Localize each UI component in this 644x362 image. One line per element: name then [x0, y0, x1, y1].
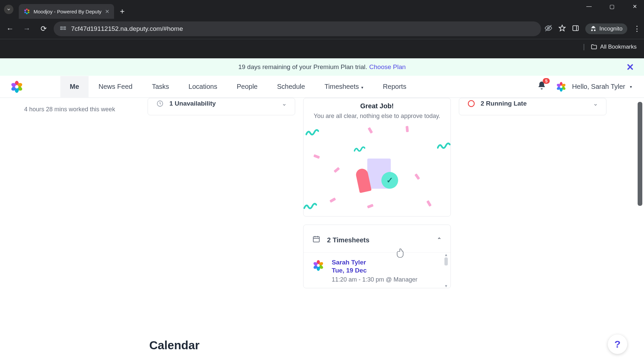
- tab-title: Moodjoy - Powered By Deputy: [34, 9, 102, 14]
- timesheet-scrollbar[interactable]: ▲ ▼: [444, 253, 448, 288]
- timesheet-meta: 11:20 am - 1:30 pm @ Manager: [332, 276, 442, 283]
- timesheet-list-item[interactable]: Sarah Tyler Tue, 19 Dec 11:20 am - 1:30 …: [304, 253, 450, 288]
- notifications-button[interactable]: 5: [537, 81, 546, 93]
- incognito-badge[interactable]: Incognito: [585, 23, 627, 34]
- nav-me[interactable]: Me: [60, 76, 89, 97]
- tab-close-icon[interactable]: ✕: [105, 8, 109, 15]
- svg-point-28: [560, 85, 562, 88]
- tracking-protection-icon[interactable]: [544, 24, 552, 34]
- unavailability-title: 1 Unavailability: [169, 100, 276, 107]
- app-header: Me News Feed Tasks Locations People Sche…: [0, 76, 644, 98]
- folder-icon: [591, 44, 597, 50]
- chevron-down-icon: ▾: [630, 84, 632, 89]
- browser-tab[interactable]: Moodjoy - Powered By Deputy ✕: [19, 4, 114, 19]
- tab-favicon-icon: [23, 8, 30, 15]
- site-settings-icon[interactable]: [60, 25, 66, 33]
- reload-button[interactable]: ⟳: [37, 24, 50, 33]
- svg-rect-30: [313, 237, 319, 242]
- svg-point-5: [24, 10, 26, 11]
- nav-tasks[interactable]: Tasks: [143, 76, 178, 97]
- new-tab-button[interactable]: +: [120, 7, 125, 16]
- svg-marker-12: [559, 25, 565, 31]
- chevron-up-icon: ⌃: [437, 236, 442, 244]
- trial-banner: 19 days remaining of your Premium Plan t…: [0, 58, 644, 76]
- browser-chrome: Moodjoy - Powered By Deputy ✕ + ― ▢ ✕ ← …: [0, 0, 644, 58]
- scroll-thumb[interactable]: [444, 257, 448, 265]
- svg-rect-8: [61, 29, 63, 30]
- chevron-down-icon: ⌄: [282, 100, 287, 107]
- deputy-logo-icon[interactable]: [10, 80, 23, 94]
- scroll-up-icon[interactable]: ▲: [444, 253, 448, 257]
- trial-banner-text: 19 days remaining of your Premium Plan t…: [238, 63, 367, 71]
- great-job-card: Great Job! You are all clear, nothing el…: [303, 98, 451, 217]
- timesheets-card-header[interactable]: 2 Timesheets ⌃: [304, 225, 450, 253]
- unavailability-card[interactable]: 1 Unavailability ⌄: [148, 98, 295, 115]
- svg-point-40: [317, 264, 320, 267]
- dashboard-content: 4 hours 28 mins worked this week 1 Unava…: [0, 98, 644, 362]
- user-avatar-icon: [555, 81, 567, 93]
- window-controls: ― ▢ ✕: [582, 3, 641, 10]
- tabs-dropdown-button[interactable]: [4, 5, 13, 14]
- great-job-title: Great Job!: [304, 98, 450, 110]
- nav-timesheets[interactable]: Timesheets ▾: [315, 76, 373, 97]
- running-late-card[interactable]: 2 Running Late ⌄: [459, 98, 606, 115]
- choose-plan-link[interactable]: Choose Plan: [369, 63, 406, 71]
- nav-schedule[interactable]: Schedule: [268, 76, 314, 97]
- user-greeting: Hello, Sarah Tyler: [572, 83, 625, 90]
- calendar-heading: Calendar: [149, 339, 200, 352]
- svg-point-3: [26, 13, 28, 14]
- nav-news-feed[interactable]: News Feed: [89, 76, 142, 97]
- nav-locations[interactable]: Locations: [179, 76, 227, 97]
- alert-circle-icon: [467, 100, 475, 108]
- browser-menu-icon[interactable]: ⋮: [633, 24, 641, 33]
- address-bar: ← → ⟳ 7cf47d19112152.na.deputy.com/#home…: [0, 19, 644, 39]
- running-late-title: 2 Running Late: [481, 100, 588, 107]
- bookmarks-bar: | All Bookmarks: [0, 39, 644, 54]
- minimize-button[interactable]: ―: [582, 3, 596, 10]
- user-menu[interactable]: Hello, Sarah Tyler ▾: [555, 81, 632, 93]
- url-input[interactable]: 7cf47d19112152.na.deputy.com/#home: [54, 21, 541, 36]
- page-scroll-thumb[interactable]: [638, 102, 642, 206]
- nav-reports[interactable]: Reports: [373, 76, 416, 97]
- page-scrollbar[interactable]: [637, 58, 643, 362]
- svg-point-2: [28, 12, 30, 13]
- banner-close-icon[interactable]: ✕: [626, 62, 634, 73]
- calendar-icon: [312, 235, 320, 245]
- great-job-subtitle: You are all clear, nothing else to appro…: [304, 110, 450, 125]
- tab-bar: Moodjoy - Powered By Deputy ✕ + ― ▢ ✕: [0, 0, 644, 19]
- check-icon: ✓: [381, 172, 398, 189]
- svg-point-41: [468, 101, 474, 107]
- close-window-button[interactable]: ✕: [628, 3, 641, 10]
- page-content: 19 days remaining of your Premium Plan t…: [0, 58, 644, 362]
- svg-point-0: [26, 9, 28, 10]
- nav-people[interactable]: People: [227, 76, 267, 97]
- notification-count-badge: 5: [543, 78, 550, 84]
- svg-rect-13: [573, 26, 579, 31]
- svg-rect-7: [64, 27, 66, 28]
- timesheets-card: 2 Timesheets ⌃ Sarah Tyler Tue, 19 Dec 1…: [303, 225, 451, 288]
- svg-point-4: [24, 12, 26, 13]
- forward-button[interactable]: →: [20, 24, 34, 33]
- hours-sidebar: 4 hours 28 mins worked this week: [0, 98, 141, 362]
- back-button[interactable]: ←: [3, 24, 17, 33]
- timesheet-name: Sarah Tyler: [332, 259, 442, 266]
- chevron-down-icon: ▾: [360, 85, 363, 90]
- all-bookmarks-button[interactable]: All Bookmarks: [591, 44, 637, 50]
- celebration-illustration: ✓: [304, 125, 450, 212]
- clock-icon: [156, 100, 164, 108]
- hours-worked-text: 4 hours 28 mins worked this week: [24, 106, 127, 113]
- chevron-down-icon: ⌄: [593, 100, 598, 107]
- svg-point-1: [28, 10, 30, 11]
- timesheets-title: 2 Timesheets: [327, 236, 430, 244]
- timesheet-date: Tue, 19 Dec: [332, 267, 442, 274]
- svg-rect-9: [64, 29, 66, 30]
- url-text: 7cf47d19112152.na.deputy.com/#home: [71, 25, 183, 33]
- help-button[interactable]: ?: [608, 335, 627, 354]
- maximize-button[interactable]: ▢: [605, 3, 619, 10]
- side-panel-icon[interactable]: [572, 24, 579, 33]
- scroll-down-icon[interactable]: ▼: [444, 284, 448, 288]
- svg-point-21: [15, 85, 18, 88]
- bookmark-star-icon[interactable]: [558, 24, 566, 33]
- question-icon: ?: [614, 339, 621, 350]
- timesheet-avatar-icon: [312, 259, 325, 272]
